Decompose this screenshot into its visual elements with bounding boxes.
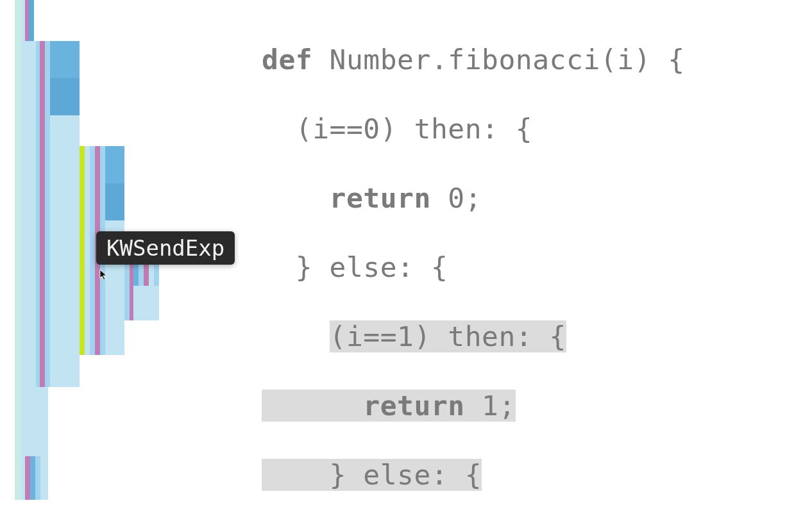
code-editor[interactable]: def Number.fibonacci(i) { (i==0) then: {…	[262, 8, 812, 512]
tree-stripe[interactable]	[50, 146, 80, 387]
code-line: (i==0) then: {	[262, 111, 812, 146]
tree-stripe[interactable]	[35, 456, 40, 500]
tooltip-label: KWSendExp	[106, 235, 224, 261]
tree-stripe[interactable]	[80, 146, 85, 355]
tree-stripe[interactable]	[105, 251, 124, 355]
code-line: } else: {	[262, 458, 812, 492]
code-line: } else: {	[262, 250, 812, 285]
tree-stripe[interactable]	[50, 41, 80, 78]
tree-stripe[interactable]	[25, 41, 30, 500]
code-line: return 1;	[262, 388, 812, 423]
tree-stripe[interactable]	[45, 41, 50, 387]
cursor-icon	[99, 269, 108, 283]
tree-stripe[interactable]	[40, 41, 45, 387]
tree-stripe[interactable]	[133, 286, 159, 320]
tree-stripe[interactable]	[29, 0, 34, 41]
code-line: def Number.fibonacci(i) {	[262, 42, 812, 77]
tree-stripe[interactable]	[15, 0, 21, 500]
tree-stripe[interactable]	[30, 456, 35, 500]
tree-stripe[interactable]	[25, 456, 30, 500]
tooltip: KWSendExp	[96, 231, 235, 265]
code-line: return 0;	[262, 181, 812, 215]
tree-stripe[interactable]	[50, 115, 80, 146]
tree-stripe[interactable]	[40, 456, 48, 500]
tree-stripe[interactable]	[105, 146, 124, 183]
tree-stripe[interactable]	[85, 146, 90, 355]
tree-stripe[interactable]	[50, 78, 80, 115]
tree-stripe[interactable]	[105, 183, 124, 220]
code-line: (i==1) then: {	[262, 319, 812, 354]
tree-stripe[interactable]	[90, 146, 95, 355]
